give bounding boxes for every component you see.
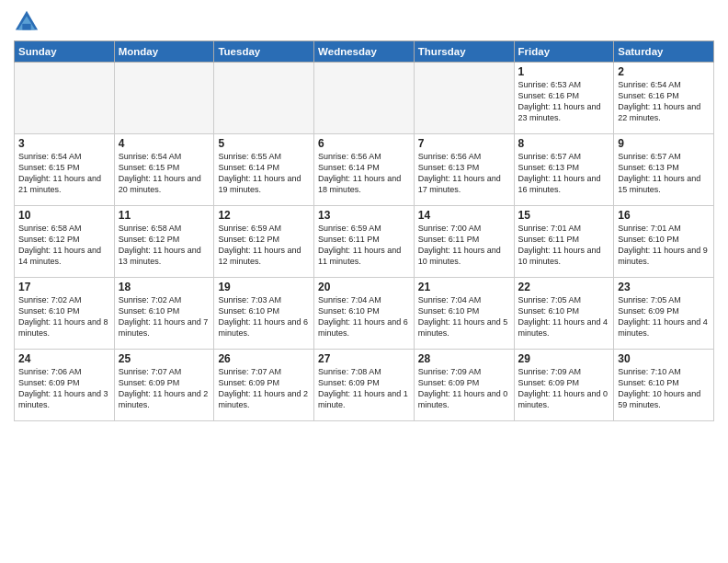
calendar-week-1: 3Sunrise: 6:54 AM Sunset: 6:15 PM Daylig… (15, 134, 714, 206)
day-number: 1 (518, 65, 610, 78)
header (14, 9, 714, 35)
calendar-cell: 3Sunrise: 6:54 AM Sunset: 6:15 PM Daylig… (15, 134, 115, 206)
day-number: 3 (18, 137, 110, 150)
calendar-cell: 22Sunrise: 7:05 AM Sunset: 6:10 PM Dayli… (514, 278, 614, 350)
weekday-header-tuesday: Tuesday (214, 41, 314, 63)
day-info: Sunrise: 6:54 AM Sunset: 6:16 PM Dayligh… (618, 79, 710, 124)
day-info: Sunrise: 6:56 AM Sunset: 6:14 PM Dayligh… (318, 151, 410, 196)
calendar-week-3: 17Sunrise: 7:02 AM Sunset: 6:10 PM Dayli… (15, 278, 714, 350)
calendar-week-2: 10Sunrise: 6:58 AM Sunset: 6:12 PM Dayli… (15, 206, 714, 278)
day-info: Sunrise: 7:10 AM Sunset: 6:10 PM Dayligh… (618, 366, 710, 411)
day-info: Sunrise: 7:04 AM Sunset: 6:10 PM Dayligh… (318, 294, 410, 339)
day-number: 18 (119, 281, 210, 293)
day-info: Sunrise: 7:00 AM Sunset: 6:11 PM Dayligh… (418, 223, 510, 268)
day-number: 24 (18, 352, 110, 365)
day-number: 12 (218, 209, 310, 222)
day-info: Sunrise: 6:57 AM Sunset: 6:13 PM Dayligh… (618, 151, 710, 196)
day-number: 28 (418, 352, 510, 365)
calendar-cell (114, 63, 214, 134)
day-info: Sunrise: 7:02 AM Sunset: 6:10 PM Dayligh… (119, 294, 210, 339)
day-info: Sunrise: 7:07 AM Sunset: 6:09 PM Dayligh… (218, 366, 310, 411)
day-number: 25 (119, 352, 210, 365)
day-number: 6 (318, 137, 410, 150)
calendar-cell: 8Sunrise: 6:57 AM Sunset: 6:13 PM Daylig… (514, 134, 614, 206)
day-info: Sunrise: 6:59 AM Sunset: 6:12 PM Dayligh… (218, 223, 310, 268)
calendar-cell (214, 63, 314, 134)
day-info: Sunrise: 7:09 AM Sunset: 6:09 PM Dayligh… (518, 366, 610, 411)
day-info: Sunrise: 7:04 AM Sunset: 6:10 PM Dayligh… (418, 294, 510, 339)
logo-icon (14, 9, 40, 35)
calendar-cell: 5Sunrise: 6:55 AM Sunset: 6:14 PM Daylig… (214, 134, 314, 206)
weekday-header-wednesday: Wednesday (314, 41, 415, 63)
calendar-cell: 20Sunrise: 7:04 AM Sunset: 6:10 PM Dayli… (314, 278, 415, 350)
calendar-cell: 15Sunrise: 7:01 AM Sunset: 6:11 PM Dayli… (514, 206, 614, 278)
day-info: Sunrise: 6:57 AM Sunset: 6:13 PM Dayligh… (518, 151, 610, 196)
calendar-cell: 24Sunrise: 7:06 AM Sunset: 6:09 PM Dayli… (15, 350, 115, 421)
day-info: Sunrise: 6:58 AM Sunset: 6:12 PM Dayligh… (119, 223, 210, 268)
day-number: 2 (618, 65, 710, 78)
day-number: 7 (418, 137, 510, 150)
calendar-cell: 17Sunrise: 7:02 AM Sunset: 6:10 PM Dayli… (15, 278, 115, 350)
day-info: Sunrise: 7:08 AM Sunset: 6:09 PM Dayligh… (318, 366, 410, 411)
calendar-cell: 12Sunrise: 6:59 AM Sunset: 6:12 PM Dayli… (214, 206, 314, 278)
calendar-cell: 30Sunrise: 7:10 AM Sunset: 6:10 PM Dayli… (614, 350, 714, 421)
day-number: 20 (318, 281, 410, 293)
calendar-cell: 14Sunrise: 7:00 AM Sunset: 6:11 PM Dayli… (414, 206, 514, 278)
calendar-cell: 23Sunrise: 7:05 AM Sunset: 6:09 PM Dayli… (614, 278, 714, 350)
day-info: Sunrise: 7:05 AM Sunset: 6:09 PM Dayligh… (618, 294, 710, 339)
weekday-header-monday: Monday (114, 41, 214, 63)
calendar-cell (15, 63, 115, 134)
day-number: 26 (218, 352, 310, 365)
day-info: Sunrise: 6:59 AM Sunset: 6:11 PM Dayligh… (318, 223, 410, 268)
calendar-cell: 16Sunrise: 7:01 AM Sunset: 6:10 PM Dayli… (614, 206, 714, 278)
day-number: 22 (518, 281, 610, 293)
calendar-cell: 11Sunrise: 6:58 AM Sunset: 6:12 PM Dayli… (114, 206, 214, 278)
day-info: Sunrise: 7:09 AM Sunset: 6:09 PM Dayligh… (418, 366, 510, 411)
day-info: Sunrise: 6:56 AM Sunset: 6:13 PM Dayligh… (418, 151, 510, 196)
day-info: Sunrise: 7:01 AM Sunset: 6:11 PM Dayligh… (518, 223, 610, 268)
calendar-cell (414, 63, 514, 134)
calendar-cell: 7Sunrise: 6:56 AM Sunset: 6:13 PM Daylig… (414, 134, 514, 206)
day-number: 17 (18, 281, 110, 293)
calendar-cell: 4Sunrise: 6:54 AM Sunset: 6:15 PM Daylig… (114, 134, 214, 206)
calendar-cell: 13Sunrise: 6:59 AM Sunset: 6:11 PM Dayli… (314, 206, 415, 278)
calendar-cell (314, 63, 415, 134)
day-number: 10 (18, 209, 110, 222)
day-number: 21 (418, 281, 510, 293)
day-number: 8 (518, 137, 610, 150)
calendar-cell: 10Sunrise: 6:58 AM Sunset: 6:12 PM Dayli… (15, 206, 115, 278)
day-info: Sunrise: 7:06 AM Sunset: 6:09 PM Dayligh… (18, 366, 110, 411)
day-number: 16 (618, 209, 710, 222)
calendar-cell: 27Sunrise: 7:08 AM Sunset: 6:09 PM Dayli… (314, 350, 415, 421)
day-number: 15 (518, 209, 610, 222)
day-number: 27 (318, 352, 410, 365)
calendar-cell: 26Sunrise: 7:07 AM Sunset: 6:09 PM Dayli… (214, 350, 314, 421)
weekday-header-sunday: Sunday (15, 41, 115, 63)
calendar-week-4: 24Sunrise: 7:06 AM Sunset: 6:09 PM Dayli… (15, 350, 714, 421)
calendar-cell: 21Sunrise: 7:04 AM Sunset: 6:10 PM Dayli… (414, 278, 514, 350)
day-info: Sunrise: 7:02 AM Sunset: 6:10 PM Dayligh… (18, 294, 110, 339)
day-number: 19 (218, 281, 310, 293)
page-container: SundayMondayTuesdayWednesdayThursdayFrid… (0, 0, 728, 429)
day-info: Sunrise: 7:03 AM Sunset: 6:10 PM Dayligh… (218, 294, 310, 339)
day-number: 11 (119, 209, 210, 222)
calendar-cell: 1Sunrise: 6:53 AM Sunset: 6:16 PM Daylig… (514, 63, 614, 134)
calendar-cell: 9Sunrise: 6:57 AM Sunset: 6:13 PM Daylig… (614, 134, 714, 206)
calendar-week-0: 1Sunrise: 6:53 AM Sunset: 6:16 PM Daylig… (15, 63, 714, 134)
calendar-cell: 19Sunrise: 7:03 AM Sunset: 6:10 PM Dayli… (214, 278, 314, 350)
day-info: Sunrise: 6:58 AM Sunset: 6:12 PM Dayligh… (18, 223, 110, 268)
day-number: 30 (618, 352, 710, 365)
day-number: 5 (218, 137, 310, 150)
day-info: Sunrise: 7:01 AM Sunset: 6:10 PM Dayligh… (618, 223, 710, 268)
day-number: 14 (418, 209, 510, 222)
day-info: Sunrise: 7:07 AM Sunset: 6:09 PM Dayligh… (119, 366, 210, 411)
day-number: 29 (518, 352, 610, 365)
day-number: 9 (618, 137, 710, 150)
day-number: 13 (318, 209, 410, 222)
calendar-cell: 29Sunrise: 7:09 AM Sunset: 6:09 PM Dayli… (514, 350, 614, 421)
weekday-header-saturday: Saturday (614, 41, 714, 63)
day-info: Sunrise: 6:55 AM Sunset: 6:14 PM Dayligh… (218, 151, 310, 196)
svg-rect-2 (22, 24, 30, 30)
day-info: Sunrise: 6:54 AM Sunset: 6:15 PM Dayligh… (119, 151, 210, 196)
day-info: Sunrise: 7:05 AM Sunset: 6:10 PM Dayligh… (518, 294, 610, 339)
